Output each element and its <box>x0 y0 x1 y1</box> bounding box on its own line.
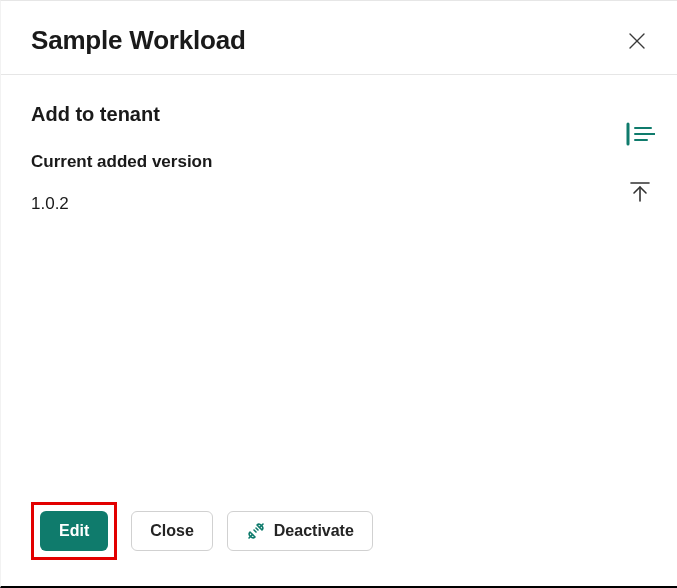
version-value: 1.0.2 <box>31 194 647 214</box>
version-label: Current added version <box>31 152 647 172</box>
close-icon[interactable] <box>623 27 651 55</box>
deactivate-button[interactable]: Deactivate <box>227 511 373 551</box>
edit-button-label: Edit <box>59 522 89 540</box>
svg-line-9 <box>256 528 258 530</box>
scroll-to-top-icon[interactable] <box>623 177 657 207</box>
close-button-label: Close <box>150 522 194 540</box>
panel-header: Sample Workload <box>1 1 677 75</box>
close-button[interactable]: Close <box>131 511 213 551</box>
deactivate-button-label: Deactivate <box>274 522 354 540</box>
panel-body: Add to tenant Current added version 1.0.… <box>1 75 677 214</box>
panel-title: Sample Workload <box>31 25 246 56</box>
section-title: Add to tenant <box>31 103 647 126</box>
svg-line-8 <box>254 530 256 532</box>
side-toolbar <box>623 119 657 207</box>
edit-highlight: Edit <box>31 502 117 560</box>
unplug-icon <box>246 521 266 541</box>
panel-footer: Edit Close Deactivate <box>31 502 373 560</box>
panel-frame: Sample Workload Add to tenant Current ad… <box>0 0 677 588</box>
edit-button[interactable]: Edit <box>40 511 108 551</box>
format-list-icon[interactable] <box>623 119 657 149</box>
